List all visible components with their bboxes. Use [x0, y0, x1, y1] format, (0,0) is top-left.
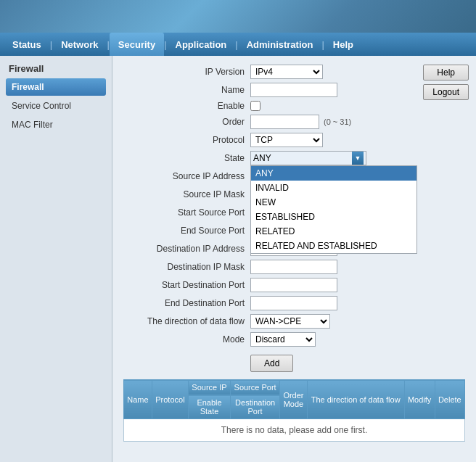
direction-row: The direction of data flow WAN->CPE CPE-…	[123, 314, 465, 329]
help-button[interactable]: Help	[423, 65, 469, 81]
th-order-mode: OrderMode	[280, 380, 308, 419]
th-modify: Modify	[404, 380, 435, 419]
th-state: State	[200, 407, 219, 416]
th-dest-top: Destination	[235, 398, 275, 407]
enable-checkbox[interactable]	[250, 101, 260, 111]
start-dest-input[interactable]	[250, 278, 337, 292]
dest-ip-label: Destination IP Address	[123, 244, 250, 254]
ip-version-row: IP Version IPv4	[123, 65, 465, 79]
source-ip-label: Source IP Address	[123, 171, 250, 181]
th-enable: Enable	[197, 398, 221, 407]
state-dropdown-list: ANY INVALID NEW ESTABLISHED RELATED RELA…	[250, 165, 417, 254]
state-row: State ANY ▼ ANY INVALID NEW ESTABLISHED …	[123, 151, 465, 165]
state-option-new[interactable]: NEW	[251, 195, 416, 210]
nav-status[interactable]: Status	[4, 33, 50, 56]
nav-help[interactable]: Help	[324, 33, 362, 56]
state-option-related-established[interactable]: RELATED AND ESTABLISHED	[251, 239, 416, 253]
th-delete: Delete	[435, 380, 464, 419]
state-option-related[interactable]: RELATED	[251, 224, 416, 239]
order-range: (0 ~ 31)	[324, 117, 351, 126]
state-label: State	[123, 153, 250, 163]
name-input[interactable]	[250, 83, 337, 97]
nav-security[interactable]: Security	[110, 33, 164, 56]
direction-select[interactable]: WAN->CPE CPE->WAN Both	[250, 314, 330, 329]
direction-label: The direction of data flow	[123, 316, 250, 326]
th-direction: The direction of data flow	[307, 380, 404, 419]
logout-button[interactable]: Logout	[423, 84, 469, 100]
state-option-any[interactable]: ANY	[251, 166, 416, 181]
end-dest-label: End Destination Port	[123, 298, 250, 308]
state-dropdown-container: ANY ▼ ANY INVALID NEW ESTABLISHED RELATE…	[250, 151, 366, 165]
th-dest-port: Destination Port	[231, 395, 280, 419]
sidebar-item-service-control[interactable]: Service Control	[6, 97, 106, 115]
no-data-cell: There is no data, please add one first.	[124, 419, 465, 442]
add-button-area: Add	[123, 351, 465, 372]
order-label: Order	[123, 117, 250, 127]
nav-bar: Status | Network | Security | Applicatio…	[0, 33, 476, 56]
th-protocol: Protocol	[152, 380, 188, 419]
end-source-label: End Source Port	[123, 226, 250, 236]
ip-version-label: IP Version	[123, 67, 250, 77]
dest-mask-row: Destination IP Mask	[123, 260, 465, 274]
end-dest-row: End Destination Port	[123, 296, 465, 310]
name-label: Name	[123, 85, 250, 95]
data-table: Name Protocol Source IP Source Port Orde…	[123, 379, 465, 442]
ip-version-select[interactable]: IPv4	[250, 65, 323, 79]
help-logout-area: Help Logout	[423, 65, 469, 100]
mode-select[interactable]: Discard Accept	[250, 332, 316, 347]
sidebar-section-title: Firewall	[6, 63, 106, 74]
th-source-port: Source Port	[231, 380, 280, 395]
enable-row: Enable	[123, 101, 465, 111]
sidebar-item-firewall[interactable]: Firewall	[6, 78, 106, 96]
th-source-ip: Source IP	[188, 380, 230, 395]
start-dest-row: Start Destination Port	[123, 278, 465, 292]
order-input[interactable]	[250, 115, 319, 129]
sidebar: Firewall Firewall Service Control MAC Fi…	[0, 56, 112, 462]
order-row: Order (0 ~ 31)	[123, 115, 465, 129]
nav-administration[interactable]: Administration	[238, 33, 322, 56]
sidebar-item-mac-filter[interactable]: MAC Filter	[6, 116, 106, 133]
enable-label: Enable	[123, 101, 250, 111]
state-option-established[interactable]: ESTABLISHED	[251, 210, 416, 224]
end-dest-input[interactable]	[250, 296, 337, 310]
th-dest-port-label: Port	[248, 407, 263, 416]
protocol-label: Protocol	[123, 135, 250, 145]
protocol-select[interactable]: TCP	[250, 133, 323, 147]
th-name: Name	[124, 380, 152, 419]
start-dest-label: Start Destination Port	[123, 280, 250, 290]
source-mask-label: Source IP Mask	[123, 189, 250, 199]
protocol-row: Protocol TCP	[123, 133, 465, 147]
dest-mask-label: Destination IP Mask	[123, 262, 250, 272]
header-banner	[0, 0, 476, 33]
state-option-invalid[interactable]: INVALID	[251, 181, 416, 195]
nav-application[interactable]: Application	[167, 33, 236, 56]
th-enable-state: Enable State	[188, 395, 230, 419]
mode-label: Mode	[123, 334, 250, 345]
state-dropdown-display[interactable]: ANY ▼	[250, 151, 366, 165]
name-row: Name	[123, 83, 465, 97]
mode-row: Mode Discard Accept	[123, 332, 465, 347]
form-area: Help Logout IP Version IPv4 Name Enable …	[112, 56, 476, 462]
start-source-label: Start Source Port	[123, 207, 250, 218]
add-button[interactable]: Add	[250, 355, 293, 372]
state-selected-value: ANY	[253, 153, 271, 163]
dest-mask-input[interactable]	[250, 260, 337, 274]
no-data-row: There is no data, please add one first.	[124, 419, 465, 442]
nav-network[interactable]: Network	[52, 33, 107, 56]
state-dropdown-arrow: ▼	[352, 152, 364, 165]
main-content: Firewall Firewall Service Control MAC Fi…	[0, 56, 476, 462]
